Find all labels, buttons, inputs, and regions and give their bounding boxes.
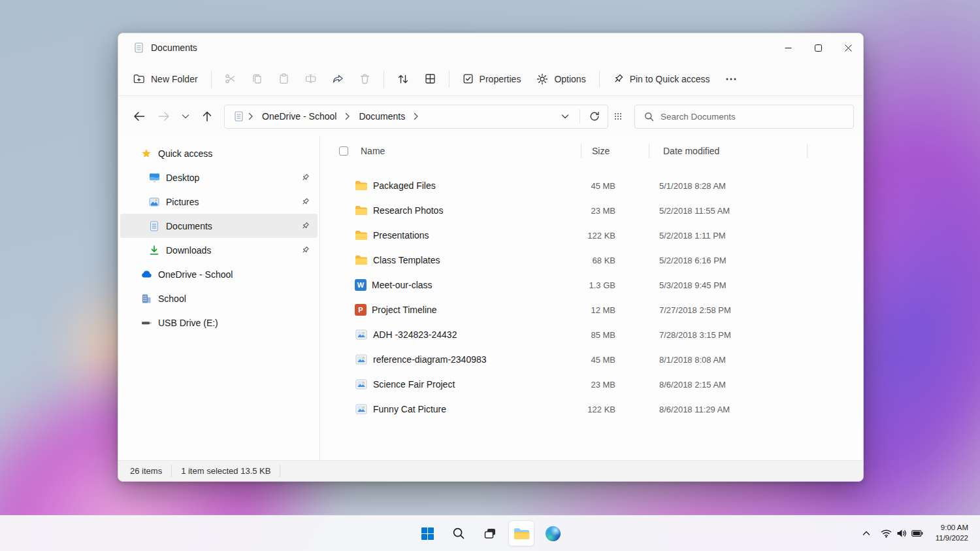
pin-to-quick-access-button[interactable]: Pin to Quick access [606, 68, 717, 90]
share-button[interactable] [325, 68, 351, 90]
forward-button[interactable] [152, 105, 176, 128]
view-button[interactable] [417, 68, 443, 90]
pin-icon[interactable] [301, 173, 310, 182]
search-box[interactable] [634, 105, 854, 129]
sidebar: Quick access Desktop Pictures [118, 137, 320, 460]
file-row[interactable]: Packaged Files 45 MB 5/1/2018 8:28 AM [320, 173, 863, 198]
sidebar-item-school[interactable]: School [120, 286, 318, 310]
delete-button[interactable] [352, 68, 378, 90]
file-date: 8/6/2018 2:15 AM [649, 380, 863, 390]
paste-button[interactable] [271, 68, 297, 90]
edge-icon [546, 526, 561, 541]
toolbar-separator [449, 71, 449, 88]
refresh-button[interactable] [584, 107, 605, 126]
file-name: Presentations [373, 230, 429, 241]
options-button[interactable]: Options [529, 68, 593, 90]
file-size: 122 KB [581, 405, 649, 414]
grid-dots-button[interactable] [610, 105, 627, 128]
taskbar-clock[interactable]: 9:00 AM 11/9/2022 [929, 520, 975, 546]
select-all-checkbox[interactable] [339, 146, 348, 156]
file-row[interactable]: reference-diagram-2340983 45 MB 8/1/2018… [320, 347, 863, 372]
window-controls [773, 33, 863, 62]
file-name: ADH -324823-24432 [373, 329, 457, 340]
image-file-icon [355, 379, 368, 390]
tray-chevron-button[interactable] [858, 520, 875, 546]
network-volume-battery-button[interactable] [876, 520, 928, 546]
file-size: 45 MB [581, 181, 649, 191]
edge-button[interactable] [540, 520, 566, 546]
file-row[interactable]: Research Photos 23 MB 5/2/2018 11:55 AM [320, 198, 863, 223]
close-button[interactable] [833, 33, 863, 62]
address-bar[interactable]: OneDrive - School Documents [224, 105, 608, 129]
sort-icon [397, 74, 409, 84]
rename-icon [305, 73, 316, 84]
chevron-right-icon [344, 112, 351, 120]
sidebar-item-documents[interactable]: Documents [120, 214, 318, 238]
file-explorer-window: Documents New Folder [118, 33, 864, 482]
powerpoint-file-icon: P [355, 304, 367, 316]
sidebar-item-downloads[interactable]: Downloads [120, 238, 318, 262]
cut-button[interactable] [218, 68, 243, 90]
start-button[interactable] [414, 520, 440, 546]
sidebar-item-usb-drive[interactable]: USB Drive (E:) [120, 310, 318, 335]
pin-icon[interactable] [301, 197, 310, 206]
breadcrumb-item-onedrive-school[interactable]: OneDrive - School [257, 108, 341, 125]
sidebar-item-onedrive-school[interactable]: OneDrive - School [120, 262, 318, 286]
pin-icon[interactable] [301, 222, 310, 230]
sidebar-item-desktop[interactable]: Desktop [120, 165, 318, 190]
usb-drive-icon [140, 318, 152, 328]
copy-button[interactable] [244, 68, 270, 90]
column-header-size[interactable]: Size [581, 137, 649, 165]
search-input[interactable] [661, 112, 845, 122]
file-row[interactable]: Class Templates 68 KB 5/2/2018 6:16 PM [320, 248, 863, 273]
task-view-icon [483, 527, 497, 541]
file-row[interactable]: Science Fair Project 23 MB 8/6/2018 2:15… [320, 372, 863, 397]
sort-button[interactable] [390, 69, 416, 90]
minimize-button[interactable] [773, 33, 803, 62]
file-size: 122 KB [581, 231, 649, 241]
more-button[interactable] [719, 73, 743, 86]
file-date: 5/2/2018 1:11 PM [649, 231, 863, 241]
breadcrumb-folder-icon [233, 111, 244, 122]
file-date: 5/2/2018 6:16 PM [649, 256, 863, 265]
file-row[interactable]: PProject Timeline 12 MB 7/27/2018 2:58 P… [320, 297, 863, 322]
file-name: Research Photos [373, 205, 443, 216]
up-button[interactable] [195, 105, 219, 128]
task-view-button[interactable] [477, 520, 503, 546]
status-bar: 26 items 1 item selected 13.5 KB [118, 460, 863, 481]
sidebar-item-pictures[interactable]: Pictures [120, 190, 318, 214]
navigation-bar: OneDrive - School Documents [118, 96, 863, 137]
sidebar-item-label: Documents [166, 221, 212, 231]
windows-logo-icon [421, 527, 434, 541]
battery-icon [911, 529, 923, 537]
file-size: 12 MB [581, 305, 649, 315]
file-row[interactable]: ADH -324823-24432 85 MB 7/28/2018 3:15 P… [320, 322, 863, 347]
clock-date: 11/9/2022 [936, 533, 968, 544]
maximize-button[interactable] [803, 33, 833, 62]
recent-locations-button[interactable] [177, 105, 194, 128]
pin-icon[interactable] [301, 246, 310, 254]
address-dropdown-button[interactable] [555, 107, 576, 126]
back-button[interactable] [127, 105, 151, 128]
file-row[interactable]: Funny Cat Picture 122 KB 8/6/2018 11:29 … [320, 397, 863, 422]
column-header-name[interactable]: Name [320, 137, 581, 165]
taskbar-search-button[interactable] [446, 520, 472, 546]
sidebar-item-quick-access[interactable]: Quick access [120, 141, 318, 165]
properties-button[interactable]: Properties [455, 68, 529, 90]
taskbar: 9:00 AM 11/9/2022 [0, 515, 980, 551]
folder-icon [355, 180, 368, 191]
file-row[interactable]: Presentations 122 KB 5/2/2018 1:11 PM [320, 223, 863, 248]
file-size: 85 MB [581, 330, 649, 340]
file-explorer-button[interactable] [508, 520, 534, 546]
wifi-icon [881, 529, 892, 538]
rename-button[interactable] [298, 68, 323, 90]
sidebar-item-label: Quick access [158, 148, 212, 159]
file-row[interactable]: WMeet-our-class 1.3 GB 5/3/2018 9:45 PM [320, 273, 863, 297]
titlebar: Documents [118, 33, 863, 62]
file-size: 23 MB [581, 206, 649, 216]
column-header-date[interactable]: Date modified [649, 137, 808, 165]
file-size: 23 MB [581, 380, 649, 390]
breadcrumb-item-documents[interactable]: Documents [354, 108, 410, 125]
word-file-icon: W [355, 279, 367, 291]
new-folder-button[interactable]: New Folder [126, 69, 205, 90]
